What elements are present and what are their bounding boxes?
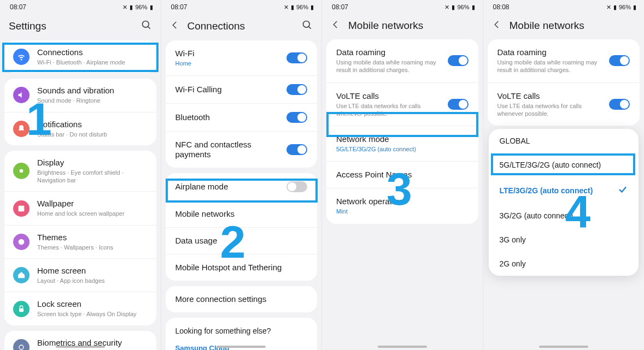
row-data-roaming[interactable]: Data roamingUsing mobile data while roam… — [488, 39, 640, 82]
row-bluetooth[interactable]: Bluetooth — [166, 103, 318, 131]
status-time: 08:07 — [332, 3, 348, 11]
option-lte-selected[interactable]: LTE/3G/2G (auto connect) — [489, 177, 639, 204]
row-mobile-networks[interactable]: Mobile networks — [166, 200, 318, 227]
option-2g-only[interactable]: 2G only — [489, 252, 639, 276]
search-icon[interactable] — [302, 20, 313, 33]
row-title: NFC and contactless payments — [175, 140, 279, 159]
battery-icon: ▮ — [311, 4, 314, 11]
mobile-networks-group: Data roamingUsing mobile data while roam… — [488, 39, 640, 126]
row-network-mode[interactable]: Network mode5G/LTE/3G/2G (auto connect) — [326, 126, 478, 161]
status-bar: 08:07 ✕ ▮ 96% ▮ — [322, 0, 483, 14]
header: Settings — [0, 14, 161, 40]
back-icon[interactable] — [492, 20, 502, 32]
row-display[interactable]: DisplayBrightness · Eye comfort shield ·… — [4, 151, 156, 192]
svg-point-6 — [19, 345, 24, 349]
wifi-toggle[interactable] — [286, 52, 307, 63]
svg-line-1 — [148, 27, 150, 29]
row-lock-screen[interactable]: Lock screenScreen lock type · Always On … — [4, 292, 156, 325]
nav-handle[interactable] — [56, 346, 105, 348]
row-apn[interactable]: Access Point Names — [326, 161, 478, 188]
row-subtitle: Use LTE data networks for calls whenever… — [497, 102, 602, 118]
page-title: Mobile networks — [510, 20, 636, 32]
status-right: ✕ ▮ 96% ▮ — [122, 4, 153, 11]
search-icon[interactable] — [141, 20, 152, 33]
row-volte[interactable]: VoLTE callsUse LTE data networks for cal… — [326, 82, 478, 126]
status-right: ✕ ▮ 96% ▮ — [284, 4, 314, 11]
row-title: Bluetooth — [175, 112, 279, 122]
back-icon[interactable] — [331, 20, 341, 32]
back-icon[interactable] — [170, 20, 180, 32]
row-connections[interactable]: Connections Wi-Fi · Bluetooth · Airplane… — [4, 40, 156, 73]
battery-icon: ▮ — [150, 4, 153, 11]
row-title: Data roaming — [336, 48, 440, 57]
battery-text: 96% — [619, 4, 631, 10]
row-nfc[interactable]: NFC and contactless payments — [166, 131, 318, 168]
nfc-toggle[interactable] — [286, 144, 307, 155]
lock-icon — [13, 301, 30, 317]
status-bar: 08:07 ✕ ▮ 96% ▮ — [0, 0, 161, 14]
screen-network-mode-select: 08:08 ✕ ▮ 96% ▮ Mobile networks Data roa… — [483, 0, 645, 350]
row-wifi[interactable]: Wi-FiHome — [166, 40, 318, 75]
palette-icon — [13, 234, 30, 250]
volte-toggle[interactable] — [609, 99, 630, 110]
nav-handle[interactable] — [378, 346, 427, 348]
volte-toggle[interactable] — [448, 99, 469, 110]
svg-point-0 — [142, 21, 149, 28]
row-network-operators[interactable]: Network operatorsMint — [326, 188, 478, 223]
status-time: 08:07 — [10, 3, 26, 11]
row-subtitle: Home and lock screen wallpaper — [37, 210, 148, 217]
nav-handle[interactable] — [539, 346, 588, 348]
mute-icon: ✕ — [606, 4, 611, 11]
row-title: Sounds and vibration — [37, 86, 148, 96]
row-subtitle: Use LTE data networks for calls whenever… — [336, 102, 440, 118]
row-hotspot[interactable]: Mobile Hotspot and Tethering — [166, 254, 318, 281]
option-3g2g[interactable]: 3G/2G (auto connect) — [489, 204, 639, 228]
row-sounds[interactable]: Sounds and vibrationSound mode · Rington… — [4, 79, 156, 111]
bluetooth-toggle[interactable] — [286, 112, 307, 123]
row-title: Data usage — [175, 236, 308, 246]
mute-icon: ✕ — [122, 4, 127, 11]
looking-title: Looking for something else? — [175, 327, 308, 335]
roaming-toggle[interactable] — [448, 55, 469, 66]
row-data-usage[interactable]: Data usage — [166, 227, 318, 254]
signal-icon: ▮ — [613, 4, 617, 11]
row-wifi-calling[interactable]: Wi-Fi Calling — [166, 75, 318, 103]
row-title: Lock screen — [37, 299, 148, 309]
row-airplane[interactable]: Airplane mode — [166, 173, 318, 200]
network-mode-dropdown: GLOBAL 5G/LTE/3G/2G (auto connect) LTE/3… — [489, 129, 639, 276]
row-title: Home screen — [37, 266, 148, 276]
row-subtitle: 5G/LTE/3G/2G (auto connect) — [336, 145, 469, 153]
option-3g-only[interactable]: 3G only — [489, 228, 639, 252]
row-subtitle: Home — [175, 60, 279, 67]
connections-group-1: Wi-FiHome Wi-Fi Calling Bluetooth NFC an… — [166, 40, 318, 168]
row-title: Wi-Fi — [175, 49, 279, 58]
row-title: Data roaming — [497, 48, 602, 57]
svg-point-2 — [20, 169, 24, 173]
home-icon — [13, 267, 30, 283]
row-data-roaming[interactable]: Data roamingUsing mobile data while roam… — [326, 39, 478, 82]
option-global[interactable]: GLOBAL — [489, 129, 639, 153]
svg-rect-5 — [19, 308, 24, 312]
row-notifications[interactable]: NotificationsStatus bar · Do not disturb — [4, 112, 156, 145]
svg-point-4 — [19, 239, 25, 245]
row-title: Notifications — [37, 120, 148, 129]
battery-icon: ▮ — [472, 4, 475, 11]
row-title: Wallpaper — [37, 199, 148, 209]
row-volte[interactable]: VoLTE callsUse LTE data networks for cal… — [488, 82, 640, 126]
nav-handle[interactable] — [216, 346, 266, 348]
row-subtitle: Screen lock type · Always On Display — [37, 310, 148, 318]
mobile-networks-group: Data roamingUsing mobile data while roam… — [326, 39, 478, 224]
svg-rect-3 — [19, 205, 25, 211]
option-5g[interactable]: 5G/LTE/3G/2G (auto connect) — [489, 153, 639, 177]
status-right: ✕ ▮ 96% ▮ — [606, 4, 636, 11]
roaming-toggle[interactable] — [609, 55, 630, 66]
row-wallpaper[interactable]: WallpaperHome and lock screen wallpaper — [4, 191, 156, 224]
row-themes[interactable]: ThemesThemes · Wallpapers · Icons — [4, 225, 156, 258]
mute-icon: ✕ — [444, 4, 449, 11]
airplane-toggle[interactable] — [286, 181, 307, 192]
row-more-settings[interactable]: More connection settings — [166, 286, 318, 312]
status-time: 08:07 — [171, 3, 188, 11]
wifi-icon — [13, 49, 30, 65]
row-home-screen[interactable]: Home screenLayout · App icon badges — [4, 258, 156, 292]
wifi-calling-toggle[interactable] — [286, 84, 307, 95]
